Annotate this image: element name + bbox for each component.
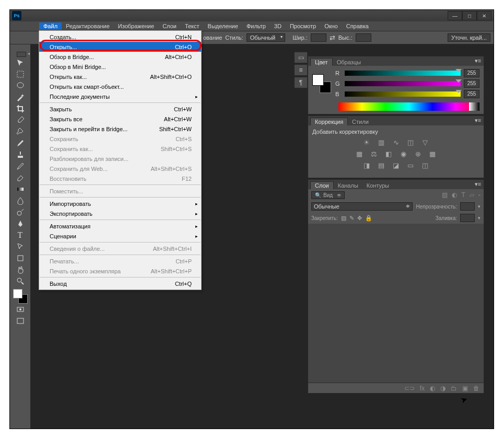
menu-item-выход[interactable]: ВыходCtrl+Q bbox=[39, 279, 201, 288]
magic-wand-tool[interactable] bbox=[14, 91, 27, 103]
adj-photo-filter-icon[interactable]: ◉ bbox=[398, 149, 408, 158]
menu-просмотр[interactable]: Просмотр bbox=[286, 22, 320, 30]
adj-selective-color-icon[interactable]: ◫ bbox=[420, 161, 430, 169]
blur-tool[interactable] bbox=[14, 195, 27, 206]
shape-tool[interactable] bbox=[14, 252, 27, 264]
layers-menu-icon[interactable]: ▾≡ bbox=[474, 181, 482, 188]
tab-layers[interactable]: Слои bbox=[310, 181, 334, 189]
adj-vibrance-icon[interactable]: ▽ bbox=[420, 138, 430, 146]
layer-filter-select[interactable]: 🔍Вид≑ bbox=[311, 191, 345, 199]
color-panel-menu-icon[interactable]: ▾≡ bbox=[474, 57, 482, 64]
menu-фильтр[interactable]: Фильтр bbox=[242, 22, 270, 30]
new-fill-layer-icon[interactable]: ◑ bbox=[440, 385, 446, 392]
adjustments-menu-icon[interactable]: ▾≡ bbox=[474, 117, 482, 124]
foreground-background-colors[interactable] bbox=[13, 289, 28, 304]
tab-color[interactable]: Цвет bbox=[310, 58, 333, 66]
menu-окно[interactable]: Окно bbox=[320, 22, 342, 30]
adj-bw-icon[interactable]: ◧ bbox=[384, 149, 393, 158]
menu-item-сценарии[interactable]: Сценарии▸ bbox=[39, 231, 201, 241]
adj-brightness-icon[interactable]: ☀ bbox=[362, 138, 371, 146]
delete-layer-icon[interactable]: 🗑 bbox=[473, 385, 479, 392]
menu-item-закрыть[interactable]: ЗакрытьCtrl+W bbox=[39, 104, 201, 114]
eyedropper-tool[interactable] bbox=[14, 114, 27, 126]
lock-position-icon[interactable]: ✥ bbox=[357, 215, 362, 222]
lock-all-icon[interactable]: 🔒 bbox=[365, 215, 372, 222]
menu-item-открыть-как[interactable]: Открыть как...Alt+Shift+Ctrl+O bbox=[39, 72, 201, 82]
adj-posterize-icon[interactable]: ▤ bbox=[377, 161, 386, 169]
b-slider[interactable] bbox=[345, 91, 461, 97]
layer-mask-icon[interactable]: ◐ bbox=[430, 385, 435, 392]
minimize-button[interactable]: — bbox=[448, 11, 462, 20]
b-value[interactable]: 255 bbox=[464, 90, 479, 98]
hand-tool[interactable] bbox=[14, 264, 27, 275]
path-selection-tool[interactable] bbox=[14, 241, 27, 252]
new-group-icon[interactable]: 🗀 bbox=[451, 385, 457, 392]
type-tool[interactable]: T bbox=[14, 229, 27, 241]
lock-pixels-icon[interactable]: ✎ bbox=[349, 215, 354, 222]
tab-swatches[interactable]: Образцы bbox=[333, 59, 365, 66]
brush-tool[interactable] bbox=[14, 137, 27, 149]
menu-item-открыть-как-смарт-объект[interactable]: Открыть как смарт-объект... bbox=[39, 82, 201, 91]
r-value[interactable]: 255 bbox=[464, 69, 479, 77]
opacity-input[interactable] bbox=[460, 202, 475, 211]
maximize-button[interactable]: □ bbox=[462, 11, 477, 20]
tab-adjustments[interactable]: Коррекция bbox=[310, 118, 348, 125]
blend-mode-select[interactable]: Обычные bbox=[311, 202, 413, 211]
menu-item-импортировать[interactable]: Импортировать▸ bbox=[39, 199, 201, 209]
adj-threshold-icon[interactable]: ◪ bbox=[391, 161, 401, 169]
foreground-color-swatch[interactable] bbox=[13, 289, 22, 298]
tab-channels[interactable]: Каналы bbox=[334, 182, 362, 189]
lasso-tool[interactable] bbox=[14, 80, 27, 91]
width-input[interactable] bbox=[311, 33, 326, 42]
filter-type-icon[interactable]: T bbox=[461, 191, 465, 199]
adj-balance-icon[interactable]: ⚖ bbox=[369, 149, 379, 158]
filter-smart-icon[interactable]: ▫ bbox=[478, 191, 480, 199]
marquee-tool[interactable] bbox=[14, 68, 27, 80]
menu-редактирование[interactable]: Редактирование bbox=[62, 22, 114, 30]
menu-item-обзор-в-mini-bridge[interactable]: Обзор в Mini Bridge... bbox=[39, 62, 201, 72]
menu-выделение[interactable]: Выделение bbox=[204, 22, 242, 30]
color-swatch[interactable] bbox=[312, 74, 331, 93]
adj-curves-icon[interactable]: ∿ bbox=[391, 138, 401, 146]
menu-item-автоматизация[interactable]: Автоматизация▸ bbox=[39, 221, 201, 231]
adj-invert-icon[interactable]: ◨ bbox=[362, 161, 371, 169]
style-select[interactable]: Обычный bbox=[247, 33, 286, 42]
pen-tool[interactable] bbox=[14, 218, 27, 229]
mini-fg-swatch[interactable] bbox=[312, 74, 324, 86]
menu-справка[interactable]: Справка bbox=[342, 22, 373, 30]
g-value[interactable]: 255 bbox=[464, 79, 479, 88]
new-layer-icon[interactable]: ▣ bbox=[462, 385, 468, 392]
r-slider[interactable] bbox=[345, 71, 461, 76]
filter-adjustment-icon[interactable]: ◐ bbox=[452, 191, 457, 199]
dock-history-icon[interactable]: ▭ bbox=[294, 52, 308, 63]
adj-levels-icon[interactable]: ▥ bbox=[377, 138, 386, 146]
menu-item-закрыть-и-перейти-в-bridge[interactable]: Закрыть и перейти в Bridge...Shift+Ctrl+… bbox=[39, 124, 201, 134]
eraser-tool[interactable] bbox=[14, 172, 27, 183]
adj-gradient-map-icon[interactable]: ▭ bbox=[406, 161, 415, 169]
menu-слои[interactable]: Слои bbox=[158, 22, 181, 30]
dodge-tool[interactable] bbox=[14, 206, 27, 218]
menu-изображение[interactable]: Изображение bbox=[114, 22, 158, 30]
screen-mode-tool[interactable] bbox=[14, 315, 27, 327]
history-brush-tool[interactable] bbox=[14, 160, 27, 172]
menu-item-обзор-в-bridge[interactable]: Обзор в Bridge...Alt+Ctrl+O bbox=[39, 52, 201, 62]
adj-exposure-icon[interactable]: ◫ bbox=[406, 138, 415, 146]
menu-item-экспортировать[interactable]: Экспортировать▸ bbox=[39, 209, 201, 218]
filter-shape-icon[interactable]: ▱ bbox=[470, 191, 474, 199]
zoom-tool[interactable] bbox=[14, 275, 27, 287]
menu-item-создать[interactable]: Создать...Ctrl+N bbox=[39, 32, 201, 42]
menu-файл[interactable]: Файл bbox=[39, 22, 62, 30]
quick-mask-tool[interactable] bbox=[14, 304, 27, 315]
g-slider[interactable] bbox=[345, 81, 461, 86]
adj-hue-icon[interactable]: ▦ bbox=[355, 149, 364, 158]
adj-channel-mixer-icon[interactable]: ⊕ bbox=[413, 149, 423, 158]
refine-edge-button[interactable]: Уточн. край... bbox=[448, 33, 490, 42]
link-layers-icon[interactable]: ⊂⊃ bbox=[404, 385, 415, 392]
fill-input[interactable] bbox=[460, 214, 475, 222]
gradient-tool[interactable] bbox=[14, 183, 27, 195]
filter-pixel-icon[interactable]: ▧ bbox=[442, 191, 448, 199]
adj-color-lookup-icon[interactable]: ▦ bbox=[428, 149, 437, 158]
menu-3d[interactable]: 3D bbox=[270, 22, 286, 30]
lock-transparency-icon[interactable]: ▨ bbox=[341, 215, 346, 222]
swap-wh-icon[interactable]: ⇄ bbox=[330, 34, 335, 42]
